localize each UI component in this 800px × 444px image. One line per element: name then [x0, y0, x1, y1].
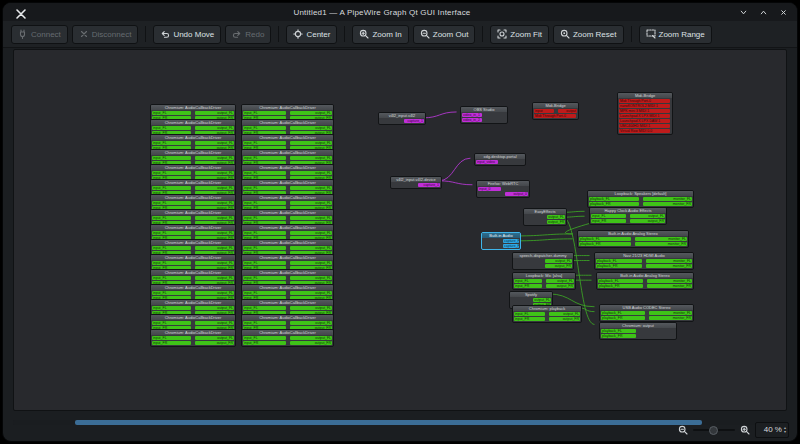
node-port[interactable]: playback_FL	[601, 311, 645, 315]
node-port[interactable]: output_FL	[195, 171, 234, 175]
node-port[interactable]: input_FR	[514, 284, 542, 288]
node-port[interactable]: input_FL	[152, 231, 191, 235]
node-port[interactable]: output_FL	[630, 214, 665, 218]
node-port[interactable]: output_FL	[290, 321, 333, 325]
node-port[interactable]: input_FL	[152, 156, 191, 160]
node-port[interactable]: input_FL	[152, 336, 191, 340]
node-port[interactable]: input_FL	[243, 141, 286, 145]
node-port[interactable]: output_FL	[290, 336, 333, 340]
node-port[interactable]: output_FL	[195, 306, 234, 310]
toolbar-button-zoom-range[interactable]: Zoom Range	[639, 25, 712, 44]
node-port[interactable]: output_FR	[195, 341, 234, 345]
node-port[interactable]: playback_FL	[589, 197, 639, 201]
zoom-in-button[interactable]	[739, 424, 751, 436]
node-port[interactable]: output_FL	[290, 276, 333, 280]
node-port[interactable]: capture_1	[404, 119, 424, 123]
graph-node[interactable]: Loopback: Mic [alsa]input_FLoutput_FLinp…	[512, 272, 576, 290]
toolbar-button-undo-move[interactable]: Undo Move	[153, 25, 221, 44]
node-port[interactable]: output_FL	[290, 111, 333, 115]
node-port[interactable]: monitor_FR	[635, 242, 687, 246]
node-port[interactable]: output_FL	[549, 312, 580, 316]
close-button[interactable]	[777, 6, 789, 18]
node-port[interactable]: input_FL	[243, 201, 286, 205]
node-port[interactable]: output	[558, 109, 578, 113]
toolbar-button-zoom-reset[interactable]: Zoom Reset	[553, 25, 624, 44]
node-port[interactable]: input_FL	[152, 246, 191, 250]
node-port[interactable]: Midi Through Port-0	[534, 114, 576, 118]
node-port[interactable]: input_FL	[152, 276, 191, 280]
node-port[interactable]: Midi Through Port-0	[619, 99, 670, 103]
node-port[interactable]: Launchpad X LPX DAW 1	[619, 119, 670, 123]
node-port[interactable]: output_FL	[290, 291, 333, 295]
graph-node[interactable]: Built-in Audiocapture_FLcapture_FR	[481, 232, 521, 250]
node-port[interactable]: playback_FR	[579, 242, 631, 246]
node-port[interactable]: input_FL	[152, 126, 191, 130]
node-port[interactable]: Launchpad X LPX MIDI 1	[619, 114, 670, 118]
node-port[interactable]: monitor_FR	[649, 316, 693, 320]
horizontal-scrollbar[interactable]	[13, 420, 787, 425]
node-port[interactable]: output_FL	[195, 201, 234, 205]
graph-node[interactable]: Chromium: AudioCallbackDriverinput_FLout…	[241, 329, 334, 347]
node-port[interactable]: output_FL	[290, 156, 333, 160]
node-port[interactable]: playback_FR	[598, 284, 643, 288]
node-port[interactable]: capture_1	[418, 183, 440, 187]
node-port[interactable]: input_0	[478, 187, 501, 191]
node-port[interactable]: MPK mini 3 MIDI 1	[619, 109, 670, 113]
zoom-spinbox[interactable]: 40 % ▴ ▾	[755, 422, 789, 438]
node-port[interactable]: monitor_FL	[646, 259, 692, 263]
graph-node[interactable]: Navi 21/23 HDMI Audioplayback_FLmonitor_…	[594, 252, 694, 270]
node-port[interactable]: input_FL	[152, 111, 191, 115]
node-port[interactable]: output_FL	[195, 261, 234, 265]
graph-node[interactable]: Chromium: playbackinput_FLoutput_FLinput…	[512, 305, 582, 323]
zoom-slider-handle[interactable]	[709, 426, 718, 435]
node-port[interactable]: input_FL	[243, 306, 286, 310]
node-port[interactable]: input_video	[476, 160, 498, 164]
node-port[interactable]: input_FL	[243, 216, 286, 220]
node-port[interactable]: output_FR	[290, 341, 333, 345]
node-port[interactable]: playback_FL	[579, 237, 631, 241]
node-port[interactable]: input_FL	[243, 156, 286, 160]
node-port[interactable]: input_FR	[152, 341, 191, 345]
graph-node[interactable]: v4l2_input.v4l2capture_1	[378, 112, 426, 125]
node-port[interactable]: input_FL	[152, 321, 191, 325]
node-port[interactable]: output_FL	[290, 171, 333, 175]
graph-node[interactable]: Firefox: WebRTCinput_0output_0	[476, 180, 530, 198]
node-port[interactable]: playback_FR	[601, 334, 636, 338]
node-port[interactable]: output_FL	[195, 231, 234, 235]
graph-node[interactable]: xdg-desktop-portalinput_video	[474, 153, 526, 166]
node-port[interactable]: output_FL	[533, 298, 551, 302]
horizontal-scrollbar-thumb[interactable]	[75, 420, 702, 425]
node-port[interactable]: nanoKONTROL2 MIDI 1	[619, 104, 670, 108]
graph-node[interactable]: Built-in Audio Analog Stereoplayback_FLm…	[596, 272, 694, 290]
node-port[interactable]: output_FL	[290, 216, 333, 220]
node-port[interactable]: output_FL	[195, 321, 234, 325]
toolbar-button-zoom-fit[interactable]: Zoom Fit	[490, 25, 549, 44]
node-port[interactable]: Virtual Raw MIDI 0-0	[619, 129, 670, 133]
node-port[interactable]: input_FL	[243, 186, 286, 190]
node-port[interactable]: output_FL	[290, 306, 333, 310]
zoom-out-button[interactable]	[677, 424, 689, 436]
node-port[interactable]: input_FL	[243, 231, 286, 235]
node-port[interactable]: monitor_FR	[646, 264, 692, 268]
node-port[interactable]: output_FL	[195, 291, 234, 295]
node-port[interactable]: monitor_FL	[635, 237, 687, 241]
node-port[interactable]: input_FL	[243, 291, 286, 295]
graph-node[interactable]: OBS Studiovideo_in_1video_in_2	[460, 106, 508, 124]
node-port[interactable]: monitor_FL	[649, 311, 693, 315]
node-port[interactable]: input_FL	[152, 306, 191, 310]
node-port[interactable]: input_FR	[243, 341, 286, 345]
graph-canvas[interactable]: Chromium: AudioCallbackDriverinput_FLout…	[13, 49, 787, 411]
node-port[interactable]: input_FL	[152, 261, 191, 265]
node-port[interactable]: playback_FR	[596, 264, 642, 268]
node-port[interactable]: input_FR	[591, 219, 626, 223]
zoom-slider[interactable]	[693, 425, 735, 435]
node-port[interactable]: input_FL	[152, 186, 191, 190]
node-port[interactable]: input_FL	[514, 279, 542, 283]
node-port[interactable]: input_FL	[152, 216, 191, 220]
node-port[interactable]: output_FL	[290, 201, 333, 205]
graph-node[interactable]: Midi-BridgeMidi Through Port-0nanoKONTRO…	[617, 92, 673, 135]
node-port[interactable]: output_FL	[195, 186, 234, 190]
node-port[interactable]: input_FL	[591, 214, 626, 218]
node-port[interactable]: playback_FL	[598, 279, 643, 283]
node-port[interactable]: input_FL	[243, 276, 286, 280]
